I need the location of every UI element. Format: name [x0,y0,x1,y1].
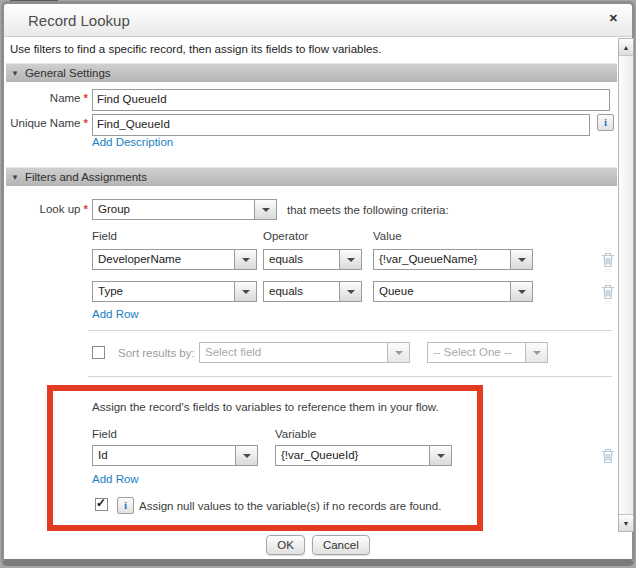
dropdown-arrow-icon[interactable] [510,249,533,270]
cancel-button[interactable]: Cancel [312,535,370,555]
trash-icon[interactable] [601,252,615,268]
dialog-footer: OK Cancel [0,535,636,555]
criteria-add-row-link[interactable]: Add Row [92,308,139,320]
collapse-triangle-icon: ▼ [11,169,19,187]
criteria-value-header: Value [373,230,402,242]
vertical-scrollbar[interactable]: ▲ ▼ [618,38,634,532]
criteria-row1-operator-dropdown[interactable]: equals [263,249,362,270]
criteria-row1-field-dropdown[interactable]: DeveloperName [92,249,257,270]
criteria-row2-operator-dropdown[interactable]: equals [263,281,362,302]
criteria-operator-header: Operator [263,230,308,242]
dialog-intro-text: Use filters to find a specific record, t… [10,43,381,55]
name-input[interactable]: Find QueueId [92,89,610,111]
dropdown-arrow-icon[interactable] [339,281,362,302]
dialog-title: Record Lookup [28,12,130,29]
add-description-link[interactable]: Add Description [92,136,173,148]
criteria-field-header: Field [92,230,117,242]
dialog-titlebar: Record Lookup ✕ [4,4,632,37]
lookup-label: Look up* [8,203,88,215]
dropdown-arrow-icon[interactable] [525,342,548,363]
required-asterisk: * [84,92,88,104]
criteria-row2-value-dropdown[interactable]: Queue [373,281,533,302]
assignments-variable-header: Variable [275,428,316,440]
unique-name-input[interactable]: Find_QueueId [92,114,590,136]
close-icon[interactable]: ✕ [609,12,618,25]
section-filters-assignments[interactable]: ▼Filters and Assignments [6,167,617,186]
dropdown-arrow-icon[interactable] [339,249,362,270]
trash-icon[interactable] [601,448,615,464]
assignment-row1-variable-dropdown[interactable]: {!var_QueueId} [275,445,452,466]
lookup-object-value: Group [92,199,254,220]
dropdown-arrow-icon[interactable] [429,445,452,466]
sort-results-checkbox[interactable] [92,346,105,359]
scroll-up-icon: ▲ [623,44,630,51]
scroll-down-button[interactable]: ▼ [619,514,633,531]
collapse-triangle-icon: ▼ [11,65,19,83]
assign-null-checkbox[interactable] [95,498,108,511]
ok-button[interactable]: OK [266,535,305,555]
sort-results-label: Sort results by: [118,347,195,359]
divider [88,330,612,331]
scroll-down-icon: ▼ [623,520,630,527]
divider [88,376,612,377]
assign-null-label: Assign null values to the variable(s) if… [139,500,441,512]
record-lookup-screen: Record Lookup ✕ Use filters to find a sp… [0,0,636,568]
sort-field-dropdown[interactable]: Select field [199,342,410,363]
assignments-caption: Assign the record's fields to variables … [92,401,439,413]
dropdown-arrow-icon[interactable] [234,249,257,270]
assignment-row1-field-dropdown[interactable]: Id [92,445,258,466]
section-general-settings[interactable]: ▼General Settings [6,63,617,82]
criteria-row1-value-dropdown[interactable]: {!var_QueueName} [373,249,533,270]
required-asterisk: * [84,117,88,129]
assignments-add-row-link[interactable]: Add Row [92,473,139,485]
lookup-object-dropdown[interactable]: Group [92,199,277,220]
dropdown-arrow-icon[interactable] [510,281,533,302]
unique-name-label: Unique Name* [8,117,88,129]
criteria-row2-field-dropdown[interactable]: Type [92,281,257,302]
info-icon[interactable]: i [597,114,614,131]
dropdown-arrow-icon[interactable] [254,199,277,220]
dropdown-arrow-icon[interactable] [235,445,258,466]
name-label: Name* [8,92,88,104]
required-asterisk: * [84,203,88,215]
trash-icon[interactable] [601,284,615,300]
assignments-field-header: Field [92,428,117,440]
section-filters-assignments-label: Filters and Assignments [25,171,147,183]
scroll-up-button[interactable]: ▲ [619,39,633,56]
criteria-caption: that meets the following criteria: [287,204,449,216]
scrollbar-thumb[interactable] [619,55,633,515]
section-general-settings-label: General Settings [25,67,111,79]
info-icon[interactable]: i [117,497,134,514]
dropdown-arrow-icon[interactable] [387,342,410,363]
sort-order-dropdown[interactable]: -- Select One -- [427,342,548,363]
dropdown-arrow-icon[interactable] [234,281,257,302]
